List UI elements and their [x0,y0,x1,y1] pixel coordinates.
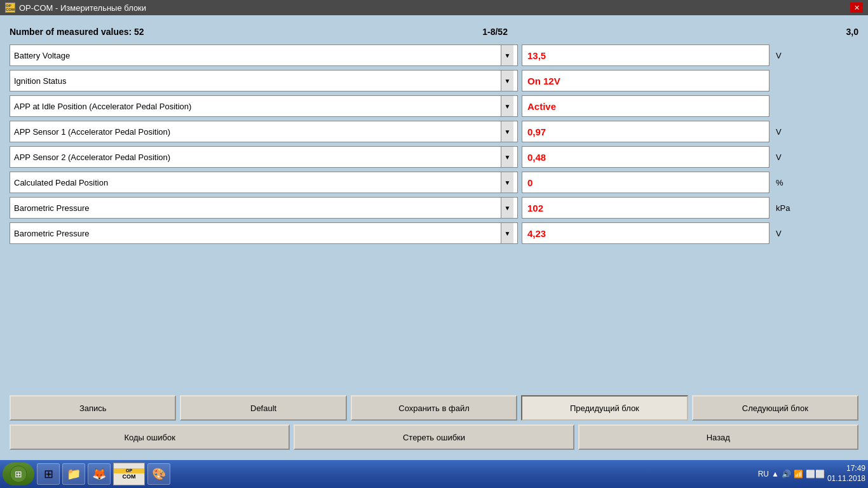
system-tray: RU ▲ 🔊 📶 ⬜⬜ 17:49 01.11.2018 [758,464,865,484]
value-row: Calculated Pedal Position▼0% [10,172,858,193]
dropdown-arrow-icon[interactable]: ▼ [501,147,513,167]
btn-next-block[interactable]: Следующий блок [692,395,858,421]
tray-arrow-up: ▲ [771,470,779,478]
unit-label: V [773,152,799,162]
btn-prev-block[interactable]: Предидущий блок [521,395,688,421]
taskbar-apps: ⊞📁🦊OPCOM🎨 [37,463,170,485]
value-display: 13,5 [522,44,770,66]
value-display: Active [522,95,770,117]
value-row: APP Sensor 1 (Accelerator Pedal Position… [10,121,858,142]
parameter-label: APP at Idle Position (Accelerator Pedal … [14,102,501,111]
value-row: APP at Idle Position (Accelerator Pedal … [10,95,858,117]
unit-label: V [773,51,799,60]
dropdown-arrow-icon[interactable]: ▼ [501,45,513,65]
taskbar-windows-icon: ⊞ [41,466,56,482]
unit-label: V [773,127,799,137]
label-box: APP Sensor 1 (Accelerator Pedal Position… [10,121,518,142]
value-row: APP Sensor 2 (Accelerator Pedal Position… [10,146,858,168]
taskbar-firefox[interactable]: 🦊 [88,463,111,485]
label-box: Barometric Pressure▼ [10,197,518,219]
opcom-bottom-label: COM [123,473,136,480]
btn-back[interactable]: Назад [578,424,858,450]
label-box: Barometric Pressure▼ [10,222,518,244]
taskbar-windows[interactable]: ⊞ [37,463,60,485]
value-display: 102 [522,197,770,219]
value-row: Barometric Pressure▼102kPa [10,197,858,219]
value-display: On 12V [522,70,770,92]
btn-clear-errors[interactable]: Стереть ошибки [294,424,574,450]
taskbar: ⊞ ⊞📁🦊OPCOM🎨 RU ▲ 🔊 📶 ⬜⬜ 17:49 01.11.2018 [0,460,868,488]
clock: 17:49 01.11.2018 [827,464,865,484]
button-row-1: ЗаписьDefaultСохранить в файлПредидущий … [10,395,858,421]
dropdown-arrow-icon[interactable]: ▼ [501,198,513,218]
taskbar-opcom[interactable]: OPCOM [113,463,145,485]
clock-time: 17:49 [846,464,865,474]
close-button[interactable]: ✕ [850,3,863,13]
unit-label: V [773,229,799,238]
btn-save-file[interactable]: Сохранить в файл [351,395,517,421]
dropdown-arrow-icon[interactable]: ▼ [501,96,513,116]
taskbar-folder[interactable]: 📁 [62,463,85,485]
clock-date: 01.11.2018 [827,474,865,484]
version-label: 3,0 [846,27,858,37]
value-display: 4,23 [522,222,770,244]
unit-label: % [773,178,799,187]
dropdown-arrow-icon[interactable]: ▼ [501,223,513,243]
label-box: Ignition Status▼ [10,70,518,92]
value-display: 0 [522,172,770,193]
opcom-top-label: OP [114,468,144,473]
parameter-label: APP Sensor 2 (Accelerator Pedal Position… [14,152,501,162]
button-row-2: Коды ошибокСтереть ошибкиНазад [10,424,858,450]
parameter-label: Calculated Pedal Position [14,178,501,187]
num-values-label: Number of measured values: 52 [10,27,144,37]
label-box: APP Sensor 2 (Accelerator Pedal Position… [10,146,518,168]
parameter-label: Ignition Status [14,76,501,86]
parameter-label: Barometric Pressure [14,203,501,213]
parameter-label: Barometric Pressure [14,229,501,238]
taskbar-firefox-icon: 🦊 [92,466,107,482]
taskbar-paint-icon: 🎨 [151,466,166,482]
parameter-label: APP Sensor 1 (Accelerator Pedal Position… [14,127,501,137]
btn-error-codes[interactable]: Коды ошибок [10,424,290,450]
parameter-label: Battery Voltage [14,51,501,60]
tray-language: RU [758,470,769,478]
dropdown-arrow-icon[interactable]: ▼ [501,121,513,142]
range-label: 1-8/52 [482,27,508,37]
label-box: Calculated Pedal Position▼ [10,172,518,193]
titlebar-left: OPCOM OP-COM - Измерительные блоки [5,3,146,13]
titlebar-icon: OPCOM [5,3,15,13]
tray-network-icon: 📶 [794,470,803,478]
value-rows: Battery Voltage▼13,5VIgnition Status▼On … [10,44,858,248]
label-box: APP at Idle Position (Accelerator Pedal … [10,95,518,117]
buttons-area: ЗаписьDefaultСохранить в файлПредидущий … [10,390,858,454]
titlebar-title: OP-COM - Измерительные блоки [19,3,146,13]
value-display: 0,97 [522,121,770,142]
main-content: Number of measured values: 52 1-8/52 3,0… [0,15,868,460]
taskbar-paint[interactable]: 🎨 [147,463,170,485]
titlebar: OPCOM OP-COM - Измерительные блоки ✕ [0,0,868,15]
tray-volume-icon: 🔊 [782,470,791,478]
btn-default[interactable]: Default [180,395,346,421]
value-display: 0,48 [522,146,770,168]
value-row: Battery Voltage▼13,5V [10,44,858,66]
unit-label: kPa [773,203,799,213]
header-row: Number of measured values: 52 1-8/52 3,0 [10,22,858,44]
svg-text:⊞: ⊞ [15,469,22,479]
dropdown-arrow-icon[interactable]: ▼ [501,172,513,193]
value-row: Ignition Status▼On 12V [10,70,858,92]
taskbar-folder-icon: 📁 [66,466,81,482]
tray-icons: ⬜⬜ [806,470,825,478]
start-button[interactable]: ⊞ [3,463,34,485]
value-row: Barometric Pressure▼4,23V [10,222,858,244]
dropdown-arrow-icon[interactable]: ▼ [501,71,513,91]
label-box: Battery Voltage▼ [10,44,518,66]
btn-record[interactable]: Запись [10,395,176,421]
